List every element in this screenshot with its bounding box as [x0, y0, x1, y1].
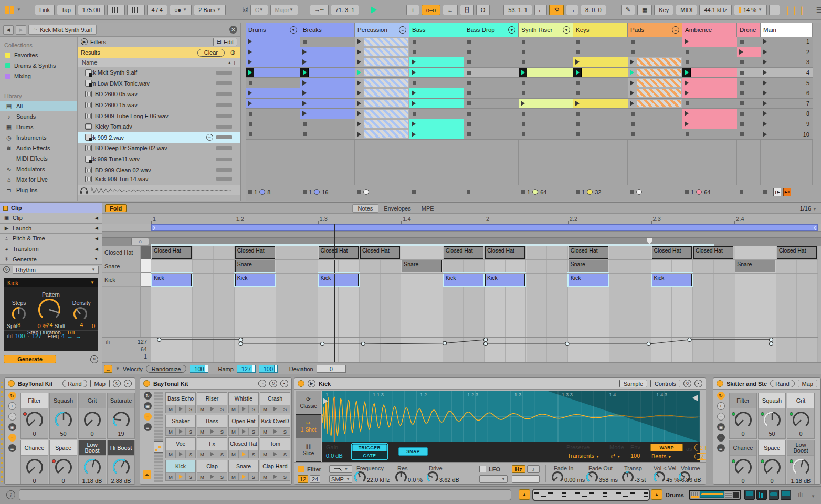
clip-stop-icon[interactable] [576, 81, 580, 85]
track-header-pads[interactable]: Pads≡ [628, 23, 682, 37]
pad-name[interactable]: Clap Hard [260, 460, 290, 473]
pad-solo-button[interactable]: S [280, 405, 290, 413]
macro-knob[interactable] [54, 458, 73, 477]
session-arrangement-toggle[interactable]: ▶≡ [783, 188, 791, 196]
macro-value[interactable]: 0 [21, 430, 48, 437]
pad-play-button[interactable] [270, 473, 280, 480]
randomize-amount[interactable]: 100 [190, 365, 208, 373]
rand-button[interactable]: Rand [62, 380, 87, 387]
pad-name[interactable]: Bass Echo [166, 393, 195, 405]
clip-stop-icon[interactable] [686, 132, 689, 136]
meter-chevron-icon[interactable]: ▼ [811, 494, 815, 499]
preview-waveform[interactable] [91, 187, 233, 194]
pad-name[interactable]: Bass [197, 415, 227, 428]
pad-name[interactable]: Voc [166, 438, 195, 450]
variation-icon[interactable]: ↻ [269, 380, 277, 387]
clip-stop-icon[interactable] [522, 91, 525, 95]
tap-tempo-button[interactable]: Tap [57, 5, 76, 15]
clip-slot[interactable] [573, 88, 628, 99]
clip-slot[interactable] [737, 99, 761, 109]
clip-slot[interactable] [519, 88, 573, 99]
logo-chevron-icon[interactable]: ▼ [17, 7, 21, 12]
menu-icon[interactable]: ☰ [816, 6, 821, 14]
midi-note[interactable]: Kick [319, 274, 359, 286]
clip-launch-icon[interactable] [248, 59, 252, 65]
pad-play-button[interactable] [270, 405, 280, 413]
clip-slot[interactable] [355, 68, 409, 78]
macro-value[interactable]: 0 [730, 430, 756, 437]
scene-launch-icon[interactable] [763, 80, 767, 86]
pad-overview[interactable] [154, 441, 163, 453]
drum-pad-bass[interactable]: BassMS [197, 415, 227, 436]
time-signature[interactable]: 4 / 4 [147, 5, 167, 15]
clip-slot[interactable] [355, 88, 409, 99]
variation-icon[interactable]: ↻ [683, 380, 691, 387]
clip-slot[interactable] [737, 109, 761, 119]
hide-macros-icon[interactable]: − [717, 434, 725, 442]
clip-stop-icon[interactable] [740, 132, 744, 136]
macro-variations-icon[interactable]: ↻ [717, 392, 725, 400]
pad-solo-button[interactable]: S [217, 450, 227, 458]
track-stop-button[interactable] [357, 190, 361, 194]
collection-drums-synths[interactable]: Drums & Synths [0, 60, 77, 71]
fade-in-value[interactable]: 0.00 ms [564, 477, 585, 483]
shift-value[interactable]: 0 [92, 323, 95, 329]
clip-slot[interactable] [409, 37, 464, 47]
fold-button[interactable]: Fold [105, 204, 127, 212]
clip-launch-icon[interactable] [357, 101, 361, 106]
clip-stop-icon[interactable] [303, 132, 307, 136]
pad-mute-button[interactable]: M [166, 473, 176, 480]
chain-list-icon[interactable]: ≣ [8, 444, 16, 452]
drum-pad-crash[interactable]: CrashMS [260, 392, 290, 413]
clip-slot[interactable] [682, 47, 737, 58]
clip-slot[interactable] [409, 129, 464, 140]
midi-note[interactable]: Closed Hat [569, 246, 608, 259]
session-record-button[interactable]: О [476, 5, 490, 15]
file-row[interactable]: BD 909 Tube Long F 06.wav [78, 110, 240, 121]
pad-name[interactable]: Kick OverD [260, 415, 290, 428]
scene-launch-icon[interactable] [763, 132, 767, 137]
scrub-area[interactable] [102, 231, 821, 237]
clip-section-generate[interactable]: ✳Generate▼ [0, 254, 102, 265]
pad-mute-button[interactable]: M [260, 428, 270, 435]
hide-macros-icon[interactable]: − [8, 434, 16, 442]
file-row[interactable]: Kick 909 Tune11.wav [78, 154, 240, 165]
device-activator[interactable] [717, 380, 723, 387]
clip-slot[interactable] [519, 99, 573, 109]
file-row[interactable]: BD 2600 15.wav [78, 100, 240, 111]
clip-slot[interactable] [737, 78, 761, 88]
pad-play-button[interactable] [207, 428, 217, 435]
clip-launch-icon[interactable] [685, 80, 689, 86]
env-value[interactable]: 100 [630, 453, 640, 459]
sidebar-item-max-for-live[interactable]: ⌂Max for Live [0, 174, 77, 185]
steps-knob[interactable] [11, 306, 27, 322]
transpose-knob[interactable] [621, 470, 635, 484]
midi-note[interactable]: Closed Hat [652, 246, 692, 259]
mode-1-shot[interactable]: ↦1-Shot [296, 415, 321, 438]
generator-preset-menu[interactable]: Rhythm▼ [13, 266, 99, 274]
scene-slot[interactable]: 10 [761, 129, 813, 140]
playing-clip-launch[interactable] [519, 68, 527, 78]
clip-slot[interactable] [519, 68, 573, 78]
clip-stop-icon[interactable] [467, 101, 471, 105]
punch-in-button[interactable]: ⌐ [534, 5, 547, 15]
pad-solo-button[interactable]: S [217, 405, 227, 413]
clip-launch-icon[interactable] [302, 80, 307, 86]
device-title[interactable]: BayTonal Kit [153, 381, 188, 387]
map-button[interactable]: Map [798, 380, 817, 387]
clip-slot[interactable] [737, 119, 761, 130]
warp-half-button[interactable]: :2 [694, 453, 706, 460]
pad-play-button[interactable] [176, 405, 186, 413]
group-track-icon[interactable]: ≡ [399, 26, 406, 34]
clip-slot[interactable] [409, 99, 464, 109]
midi-map-button[interactable]: MIDI [676, 5, 697, 15]
clip-launch-icon[interactable] [521, 101, 525, 106]
chevron-down-icon[interactable]: ▼ [508, 26, 515, 34]
preview-icon[interactable]: ▶ [308, 380, 315, 387]
arrangement-position[interactable]: 71. 3. 1 [331, 5, 360, 15]
pad-name[interactable]: Whistle [229, 393, 258, 405]
pad-mute-button[interactable]: M [229, 405, 239, 413]
track-header-drone[interactable]: Drone [737, 23, 761, 37]
clip-slot[interactable] [355, 57, 409, 68]
fade-out-knob[interactable] [585, 470, 599, 484]
